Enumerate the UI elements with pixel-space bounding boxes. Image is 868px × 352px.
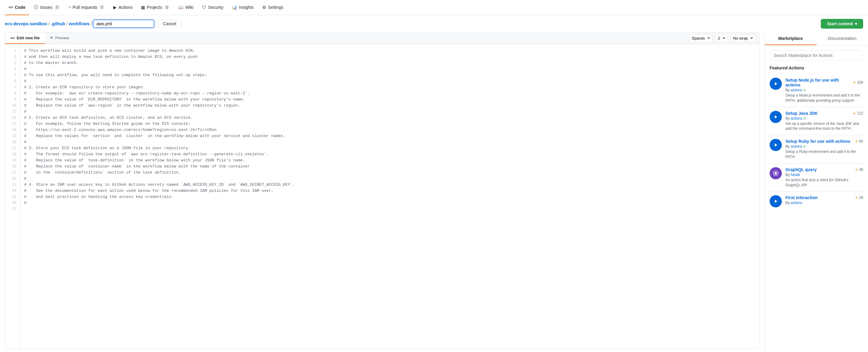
editor-tabs: <> Edit new file 👁 Preview (5, 33, 74, 44)
code-line: # and best practices on handling the acc… (24, 194, 755, 200)
action-info-setup-ruby: Setup Ruby for use with actions★ 60By ac… (785, 139, 863, 160)
breadcrumb-sep-3: / (91, 21, 92, 26)
code-editor[interactable]: 1234567891011121314151617181920212223242… (5, 44, 759, 349)
wrap-mode-select[interactable]: No wrap (730, 34, 755, 42)
code-line: # To use this workflow, you will need to… (24, 72, 755, 78)
action-item[interactable]: First interaction★ 29By actions (770, 192, 863, 211)
nav-pull-requests[interactable]: ⑂ Pull requests 0 (65, 0, 109, 15)
line-number: 11 (5, 109, 20, 115)
action-item[interactable]: Setup Ruby for use with actions★ 60By ac… (770, 135, 863, 163)
issues-badge: 0 (54, 5, 60, 10)
code-line: # Replace the value of `task-definition`… (24, 157, 755, 163)
line-number: 7 (5, 84, 20, 90)
action-by-setup-java: By actions ✔ (785, 116, 863, 121)
action-author-link[interactable]: actions (790, 88, 802, 92)
tab-preview[interactable]: 👁 Preview (45, 33, 74, 44)
action-desc-setup-nodejs: Setup a Node.js environment and add it t… (785, 93, 863, 103)
line-number: 18 (5, 151, 20, 157)
action-desc-graphql-query: An action that acts a client for GitHub'… (785, 178, 863, 188)
indent-size-select[interactable]: 2 (715, 34, 728, 42)
wiki-icon: 📖 (178, 5, 183, 10)
line-number: 20 (5, 163, 20, 170)
projects-icon: ▦ (141, 5, 145, 10)
action-stars-setup-nodejs: ★ 259 (853, 81, 863, 85)
line-number: 16 (5, 139, 20, 145)
sidebar: Marketplace Documentation Featured Actio… (765, 32, 868, 352)
start-commit-label: Start commit (827, 21, 853, 26)
star-icon: ★ (853, 111, 856, 116)
breadcrumb-repo[interactable]: ecs-devops-sandbox (5, 21, 47, 26)
nav-projects[interactable]: ▦ Projects 0 (137, 0, 173, 15)
code-line: # 2. Create an ECS task definition, an E… (24, 115, 755, 121)
action-title-first-interaction[interactable]: First interaction (785, 195, 818, 200)
cancel-button[interactable]: Cancel (158, 20, 182, 28)
action-title-setup-nodejs[interactable]: Setup Node.js for use with actions (785, 78, 853, 87)
code-line: # 1. Create an ECR repository to store y… (24, 84, 755, 90)
svg-marker-1 (775, 116, 777, 119)
star-icon: ★ (855, 195, 858, 200)
action-item[interactable]: Setup Java JDK★ 112By actions ✔Set up a … (770, 107, 863, 135)
star-icon: ★ (853, 81, 856, 85)
nav-issues[interactable]: ⓘ Issues 0 (30, 0, 63, 15)
top-nav: <> Code ⓘ Issues 0 ⑂ Pull requests 0 ▶ A… (0, 0, 868, 15)
action-info-setup-nodejs: Setup Node.js for use with actions★ 259B… (785, 78, 863, 103)
preview-icon: 👁 (50, 36, 54, 40)
nav-wiki[interactable]: 📖 Wiki (175, 0, 197, 15)
nav-actions[interactable]: ▶ Actions (110, 0, 136, 15)
action-author-link[interactable]: helaili (790, 173, 800, 177)
line-number: 25 (5, 194, 20, 200)
sidebar-tabs: Marketplace Documentation (765, 32, 868, 45)
line-number: 23 (5, 182, 20, 188)
action-desc-setup-ruby: Setup a Ruby environment and add it to t… (785, 149, 863, 160)
code-line: # Replace the value of `container-name` … (24, 163, 755, 170)
tab-marketplace[interactable]: Marketplace (765, 32, 816, 45)
line-number: 26 (5, 200, 20, 206)
nav-insights[interactable]: 📊 Insights (228, 0, 257, 15)
pr-icon: ⑂ (68, 5, 71, 10)
action-title-graphql-query[interactable]: GraphQL query (785, 167, 816, 172)
breadcrumb-row: ecs-devops-sandbox / .github / workflows… (0, 15, 868, 32)
action-item[interactable]: GraphQL query★ 30By helailiAn action tha… (770, 163, 863, 192)
nav-code[interactable]: <> Code (5, 0, 29, 15)
indent-mode-select[interactable]: Spaces (689, 34, 713, 42)
action-author-link[interactable]: actions (790, 144, 802, 149)
line-number: 17 (5, 145, 20, 151)
verified-icon: ✔ (803, 116, 806, 121)
action-author-link[interactable]: actions (790, 201, 802, 205)
line-number: 24 (5, 188, 20, 194)
insights-icon: 📊 (232, 5, 237, 10)
breadcrumb-github[interactable]: .github (51, 21, 65, 26)
action-info-setup-java: Setup Java JDK★ 112By actions ✔Set up a … (785, 111, 863, 132)
nav-settings[interactable]: ⚙ Settings (258, 0, 287, 15)
action-icon-graphql-query (770, 167, 782, 179)
code-line: # Replace the values for `service` and `… (24, 133, 755, 139)
start-commit-button[interactable]: Start commit ▾ (821, 19, 863, 29)
issue-icon: ⓘ (34, 5, 38, 10)
action-stars-first-interaction: ★ 29 (855, 195, 863, 200)
action-title-setup-java[interactable]: Setup Java JDK (785, 111, 818, 116)
editor-toolbar: <> Edit new file 👁 Preview Spaces 2 No w… (5, 33, 759, 44)
tab-edit-new-file[interactable]: <> Edit new file (5, 33, 45, 44)
code-icon: <> (8, 5, 13, 9)
action-item[interactable]: Setup Node.js for use with actions★ 259B… (770, 74, 863, 107)
line-number: 5 (5, 72, 20, 78)
code-line: # This workflow will build and push a ne… (24, 48, 755, 54)
line-numbers: 1234567891011121314151617181920212223242… (5, 44, 21, 349)
line-number: 10 (5, 103, 20, 109)
action-author-link[interactable]: actions (790, 116, 802, 121)
nav-security[interactable]: 🛡 Security (198, 0, 227, 15)
filename-input[interactable] (93, 20, 154, 28)
line-number: 8 (5, 90, 20, 97)
tab-documentation[interactable]: Documentation (816, 32, 868, 45)
code-line: # (24, 139, 755, 145)
code-content[interactable]: # This workflow will build and push a ne… (21, 44, 759, 349)
action-info-first-interaction: First interaction★ 29By actions (785, 195, 863, 205)
line-number: 9 (5, 97, 20, 103)
breadcrumb-workflows[interactable]: workflows (69, 21, 90, 26)
line-number: 3 (5, 60, 20, 66)
marketplace-search-input[interactable] (770, 50, 863, 61)
breadcrumb-sep-1: / (49, 21, 50, 26)
line-number: 13 (5, 121, 20, 127)
action-title-setup-ruby[interactable]: Setup Ruby for use with actions (785, 139, 850, 144)
line-number: 21 (5, 170, 20, 176)
